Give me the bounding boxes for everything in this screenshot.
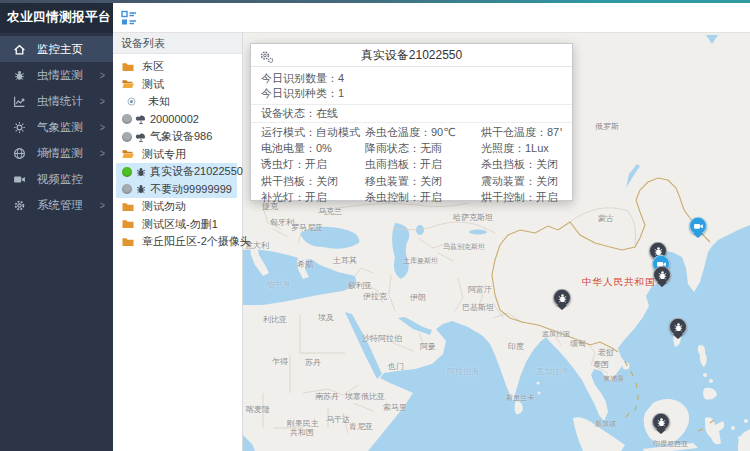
- weather-device-icon: [135, 113, 147, 125]
- popup-field: 降雨状态：无雨: [365, 141, 481, 156]
- map-label: 哈萨克斯坦: [453, 213, 493, 222]
- tree-item-folder-test-region-no-delete[interactable]: 测试区域-勿删1: [113, 216, 242, 234]
- map-label: 叙利亚: [348, 281, 372, 290]
- tree-item-folder-test-no-touch[interactable]: 测试勿动: [113, 198, 242, 216]
- popup-field: 诱虫灯：开启: [261, 157, 365, 172]
- map-label: 地中海: [266, 280, 290, 289]
- status-dot-offline: [122, 132, 132, 142]
- map-label: 缅甸: [570, 339, 586, 348]
- map-label: 希腊: [297, 260, 313, 269]
- device-popup-stats: 今日识别数量4 今日识别种类1: [251, 67, 572, 104]
- tree-view-icon[interactable]: [121, 10, 137, 26]
- map-label: 伊朗: [410, 293, 426, 302]
- map-label: 伊拉克: [363, 292, 387, 301]
- map-label: 利比亚: [263, 315, 287, 324]
- map-label: 乌兹别克斯坦: [443, 242, 485, 251]
- status-dot-online: [122, 167, 132, 177]
- sidebar-menu: 监控主页虫情监测>虫情统计>气象监测>墒情监测>视频监控系统管理>: [0, 33, 113, 218]
- device-tree: 东区测试未知20000002气象设备986测试专用真实设备21022550不要动…: [113, 54, 242, 251]
- sidebar-item-label: 气象监测: [37, 120, 83, 135]
- tree-item-device-real-21022550[interactable]: 真实设备21022550: [116, 163, 237, 181]
- tree-item-folder-test-special[interactable]: 测试专用: [113, 146, 242, 164]
- map-label: 孟加拉湾: [536, 367, 568, 376]
- popup-field: 震动装置：关闭: [481, 174, 562, 189]
- folder-label: 测试区域-勿删1: [142, 217, 218, 232]
- map-marker-insect[interactable]: [553, 289, 571, 307]
- map-marker-camera[interactable]: [689, 217, 707, 235]
- status-dot-offline: [122, 184, 132, 194]
- folder-label: 测试勿动: [142, 199, 186, 214]
- tree-item-item-unknown[interactable]: 未知: [113, 93, 242, 111]
- tree-item-folder-test[interactable]: 测试: [113, 76, 242, 94]
- map-label: 阿富汗: [468, 285, 492, 294]
- map-label: 阿曼: [420, 342, 436, 351]
- folder-label: 测试: [142, 77, 164, 92]
- sidebar-item-video-monitor[interactable]: 视频监控: [0, 166, 113, 192]
- chevron-right-icon: >: [100, 69, 105, 81]
- device-status-row: 设备状态在线: [251, 105, 572, 122]
- tree-item-device-20000002[interactable]: 20000002: [116, 111, 237, 129]
- device-label: 未知: [148, 94, 170, 109]
- map-marker-insect[interactable]: [669, 318, 687, 336]
- insect-device-icon: [135, 166, 147, 178]
- device-label: 真实设备21022550: [150, 164, 243, 179]
- map-label: 苏丹: [305, 358, 321, 367]
- popup-field: 光照度：1Lux: [481, 141, 562, 156]
- radio-icon: [127, 97, 136, 106]
- map-label: 泰国: [593, 360, 609, 369]
- folder-closed-icon: [122, 237, 134, 247]
- sidebar-item-insect-monitor[interactable]: 虫情监测>: [0, 62, 113, 88]
- popup-field: 电池电量：0%: [261, 141, 365, 156]
- video-icon: [13, 173, 26, 186]
- home-icon: [13, 43, 26, 56]
- sidebar-item-home[interactable]: 监控主页: [0, 36, 113, 62]
- sidebar-item-label: 监控主页: [37, 42, 83, 57]
- map-label: 阿拉伯海: [447, 367, 479, 376]
- sidebar-item-label: 虫情监测: [37, 68, 83, 83]
- tree-item-folder-zhangqiu-cameras[interactable]: 章丘阳丘区-2个摄像头: [113, 233, 242, 251]
- app-window: 农业四情测报平台 监控主页虫情监测>虫情统计>气象监测>墒情监测>视频监控系统管…: [0, 0, 750, 451]
- globe-icon: [13, 147, 26, 160]
- map-label: 土库曼斯坦: [403, 256, 438, 265]
- sidebar-item-weather-monitor[interactable]: 气象监测>: [0, 114, 113, 140]
- sidebar-item-system-manage[interactable]: 系统管理>: [0, 192, 113, 218]
- map-label: 老挝: [598, 348, 614, 357]
- chevron-right-icon: >: [100, 95, 105, 107]
- map-label: 孟加拉国: [542, 329, 570, 338]
- sidebar-item-label: 系统管理: [37, 198, 83, 213]
- device-list-header: 设备列表: [113, 33, 242, 54]
- map-label: 沙特阿拉伯: [362, 334, 402, 343]
- chevron-right-icon: >: [100, 199, 105, 211]
- sidebar-item-soil-monitor[interactable]: 墒情监测>: [0, 140, 113, 166]
- gear-icon: [13, 199, 26, 212]
- tree-item-device-do-not-touch-99999999[interactable]: 不要动99999999: [116, 181, 237, 199]
- sidebar-item-insect-stats[interactable]: 虫情统计>: [0, 88, 113, 114]
- tree-item-folder-east-district[interactable]: 东区: [113, 58, 242, 76]
- folder-label: 章丘阳丘区-2个摄像头: [142, 234, 251, 249]
- map-label-china: 中华人民共和国: [582, 276, 656, 289]
- folder-open-icon: [122, 149, 134, 159]
- popup-field: 杀虫挡板：关闭: [481, 157, 562, 172]
- tree-item-device-weather-986[interactable]: 气象设备986: [116, 128, 237, 146]
- map-label: 乌干达: [326, 415, 350, 424]
- top-accent-strip: [0, 0, 750, 3]
- folder-closed-icon: [122, 219, 134, 229]
- folder-closed-icon: [122, 202, 134, 212]
- folder-label: 测试专用: [142, 147, 186, 162]
- sun-icon: [13, 121, 26, 134]
- map-label: 新加坡: [595, 419, 616, 428]
- map-label: 印度: [508, 342, 524, 351]
- popup-field: 虫雨挡板：开启: [365, 157, 481, 172]
- map-area[interactable]: 俄罗斯蒙古哈萨克斯坦乌克兰捷克匈牙利罗马尼亚意大利希腊土耳其乌兹别克斯坦土库曼斯…: [243, 33, 750, 451]
- map-marker-insect[interactable]: [652, 413, 670, 431]
- sidebar-item-label: 虫情统计: [37, 94, 83, 109]
- popup-field: 烘干控制：开启: [481, 190, 562, 205]
- map-label: 土耳其: [333, 256, 357, 265]
- top-toolbar: [113, 3, 750, 33]
- status-dot-offline: [122, 114, 132, 124]
- device-list-panel: 设备列表 东区测试未知20000002气象设备986测试专用真实设备210225…: [113, 33, 243, 451]
- settings-gear-icon[interactable]: [259, 49, 274, 64]
- map-label: 罗马尼亚: [291, 223, 323, 232]
- device-popup-header: 真实设备21022550: [251, 44, 572, 67]
- popup-field: 杀虫控制：开启: [365, 190, 481, 205]
